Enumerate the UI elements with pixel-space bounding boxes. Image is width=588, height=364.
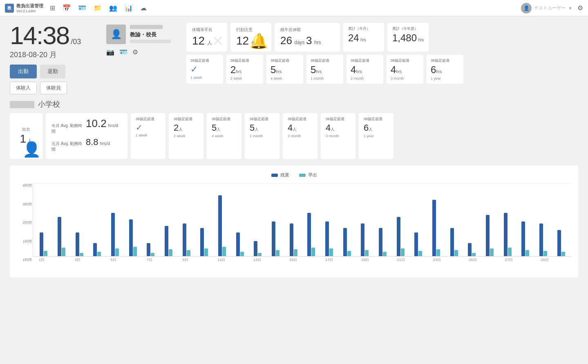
compliance-personal-card-5: 36協定超過4hrs3 month (387, 55, 423, 84)
calendar-icon[interactable]: 📅 (63, 4, 71, 12)
compliance-personal-val-5: 4hrs (391, 64, 419, 76)
bar-wrapper-2 (58, 217, 65, 256)
bar-group-23 (427, 183, 445, 256)
avg-prev-unit: hrs/d (100, 141, 110, 146)
profile-card-icon[interactable]: 🪪 (119, 48, 127, 56)
school-compliance-title-6: 36協定超過 (364, 116, 389, 122)
bar-overtime-26 (486, 215, 490, 256)
bar-early-11 (222, 247, 226, 256)
x-label-17: 17日 (320, 257, 338, 263)
compliance-personal-num-1: 2 (230, 64, 236, 75)
logo: 教 教負出退管理 Ver.2 Ladm (5, 3, 43, 13)
bar-group-2 (53, 183, 71, 256)
logo-sub: Ver.2 Ladm (16, 9, 43, 13)
school-compliance-period-6: 1 year (364, 134, 389, 138)
bar-wrapper-17 (325, 221, 333, 256)
bar-group-30 (552, 183, 570, 256)
school-compliance-unit-3: 人 (255, 127, 259, 132)
header: 教 教負出退管理 Ver.2 Ladm ⊞ 📅 🪪 📁 👥 📊 ☁ 👤 テストユ… (0, 0, 588, 16)
bar-overtime-25 (468, 243, 472, 256)
chart-icon[interactable]: 📊 (125, 4, 133, 12)
school-compliance-unit-5: 人 (331, 127, 335, 132)
bar-wrapper-10 (200, 228, 208, 256)
bar-group-12 (231, 183, 249, 256)
compliance-personal-val-2: 5hrs (271, 64, 299, 76)
compliance-personal-period-2: 4 week (271, 76, 299, 80)
compliance-personal-num-2: 5 (271, 64, 276, 75)
chart-x-labels: 1日3日5日7日9日11日13日15日17日19日21日23日25日27日29日 (33, 257, 572, 263)
legend-early-dot (299, 174, 306, 177)
settings-icon[interactable]: ⚙ (577, 4, 583, 12)
profile-email (130, 39, 171, 44)
bar-wrapper-15 (290, 223, 297, 256)
bar-overtime-7 (147, 243, 150, 256)
bar-overtime-14 (272, 221, 275, 256)
chart-bars (33, 183, 572, 257)
bar-early-26 (490, 248, 494, 256)
bar-group-21 (391, 183, 409, 256)
bar-overtime-6 (129, 219, 133, 256)
bar-overtime-2 (58, 217, 61, 256)
school-compliance-title-2: 36協定超過 (212, 116, 237, 122)
bar-early-10 (204, 248, 208, 256)
avg-prev-value: 8.8 (86, 137, 98, 147)
trial-out-button[interactable]: 体験員 (40, 82, 67, 94)
x-label-14 (266, 257, 284, 263)
attendance-buttons: 出勤 退勤 (10, 65, 100, 78)
people-icon[interactable]: 👥 (109, 4, 117, 12)
y-label-2h: 2時間 (16, 220, 32, 226)
bar-early-13 (258, 253, 262, 257)
x-label-24 (446, 257, 464, 263)
user-info[interactable]: 👤 テストユーザー ▼ (521, 3, 572, 13)
bar-group-25 (463, 183, 481, 256)
bar-group-19 (356, 183, 374, 256)
bar-early-16 (311, 248, 315, 256)
school-attendance-card: 出欠 1 人 👤 (10, 113, 42, 159)
overtime-leave-unit2: days (294, 40, 304, 45)
school-compliance-card-2: 36協定超過5人4 week (207, 113, 241, 159)
bar-wrapper-26 (486, 215, 494, 256)
leave-button[interactable]: 退勤 (40, 65, 65, 78)
bar-wrapper-28 (521, 221, 529, 256)
school-compliance-title-4: 36協定超過 (288, 116, 313, 122)
trial-in-button[interactable]: 体験入 (10, 82, 37, 94)
grid-icon[interactable]: ⊞ (50, 4, 55, 12)
bar-overtime-19 (361, 223, 364, 256)
bar-early-8 (169, 249, 172, 256)
profile-settings-icon[interactable]: ⚙ (132, 48, 138, 56)
bar-group-14 (267, 183, 285, 256)
avg-current-row: 今月 Avg. 勤務時間 10.2 hrs/d (51, 117, 122, 134)
school-compliance-val-2: 5人 (212, 123, 237, 133)
school-compliance-card-0: 36協定超過✓1 week (131, 113, 165, 159)
y-label-0h: 1時間 (16, 257, 32, 263)
overtime-leave-card: 残牛次休暇 26 days 3 hrs (275, 23, 340, 51)
school-compliance-unit-1: 人 (179, 127, 183, 132)
bar-early-25 (472, 253, 476, 257)
profile-avatar: 👤 (106, 25, 126, 44)
card-icon[interactable]: 🪪 (78, 4, 86, 12)
compliance-personal-row: 36協定超過✓1 week36協定超過2hrs2 week36協定超過5hrs4… (186, 55, 578, 84)
school-compliance-title-1: 36協定超過 (174, 116, 199, 122)
profile-camera-icon[interactable]: 📷 (106, 48, 114, 56)
bar-early-17 (329, 248, 333, 256)
folder-icon[interactable]: 📁 (94, 4, 102, 12)
bar-group-6 (124, 183, 142, 256)
school-compliance-num-2: 5 (212, 123, 217, 133)
compliance-personal-unit-6: hrs (436, 69, 442, 74)
school-compliance-title-3: 36協定超過 (250, 116, 275, 122)
bar-wrapper-11 (218, 195, 226, 256)
overtime-leave-title: 残牛次休暇 (280, 27, 334, 33)
bar-overtime-27 (504, 213, 508, 256)
attendance-button[interactable]: 出勤 (10, 65, 37, 78)
y-label-1h: 1時間 (16, 239, 32, 244)
compliance-personal-period-5: 3 month (391, 76, 419, 80)
compliance-personal-period-1: 2 week (230, 76, 259, 80)
x-label-11: 11日 (212, 257, 230, 263)
chart-y-axis: 4時間 3時間 2時間 1時間 1時間 (16, 183, 32, 263)
cloud-icon[interactable]: ☁ (140, 4, 147, 12)
x-label-2 (51, 257, 69, 263)
bar-early-24 (454, 250, 458, 256)
bar-overtime-11 (218, 195, 222, 256)
x-label-10 (195, 257, 212, 263)
accum-month-value: 24 (348, 32, 359, 43)
